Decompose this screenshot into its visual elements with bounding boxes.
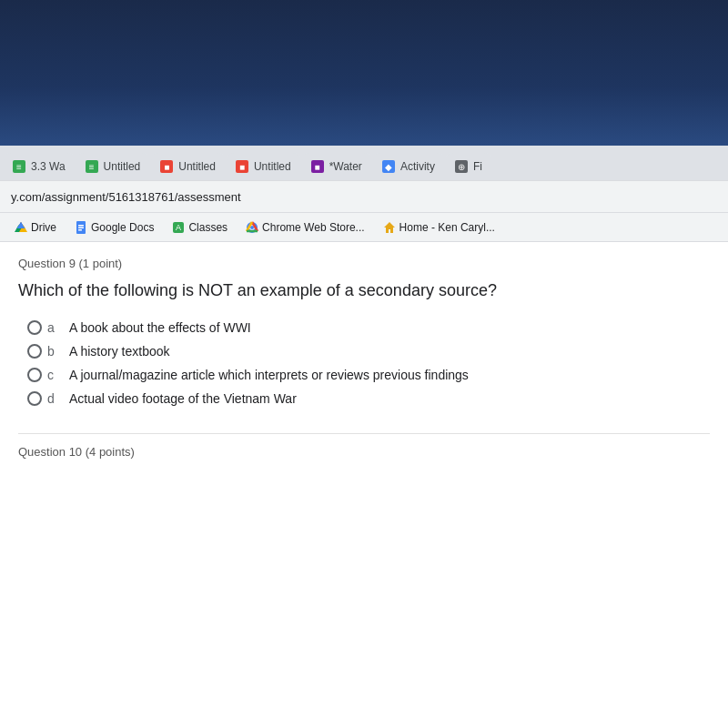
bookmark-classes-label: Classes: [188, 221, 228, 234]
top-bezel: [0, 0, 728, 146]
option-c-text: A journal/magazine article which interpr…: [69, 368, 469, 382]
tab-33[interactable]: ≡ 3.3 Wa: [4, 153, 75, 180]
tab-33-icon: ≡: [13, 160, 25, 173]
bookmark-googledocs-label: Google Docs: [91, 221, 154, 234]
option-d-letter: d: [47, 391, 56, 406]
chrome-icon: [246, 221, 258, 234]
option-d-radio-wrapper[interactable]: d: [27, 391, 56, 406]
tab-untitled1[interactable]: ≡ Untitled: [76, 153, 150, 180]
option-c-letter: c: [47, 368, 56, 382]
tab-untitled2[interactable]: ■ Untitled: [151, 153, 225, 180]
option-c[interactable]: c A journal/magazine article which inter…: [27, 368, 710, 382]
tab-untitled3-label: Untitled: [254, 160, 291, 173]
question-10-text: Question 10 (4 points): [18, 445, 135, 459]
option-d-radio[interactable]: [27, 391, 42, 406]
tab-untitled2-label: Untitled: [178, 160, 216, 173]
bookmark-googledocs[interactable]: Google Docs: [67, 217, 161, 238]
bookmark-chromewebstore-label: Chrome Web Store...: [262, 221, 365, 234]
tab-activity[interactable]: ◆ Activity: [373, 153, 444, 180]
option-a-letter: a: [47, 320, 56, 335]
svg-text:A: A: [176, 223, 181, 232]
question-number: Question 9: [18, 257, 76, 270]
svg-rect-7: [78, 227, 84, 228]
address-bar[interactable]: y.com/assignment/5161318761/assessment: [0, 180, 728, 213]
bookmarks-bar: Drive Google Docs A Classes: [0, 213, 728, 242]
bookmark-home-label: Home - Ken Caryl...: [399, 221, 495, 234]
address-url: y.com/assignment/5161318761/assessment: [11, 190, 241, 204]
tab-untitled3[interactable]: ■ Untitled: [227, 153, 300, 180]
drive-icon: [15, 221, 27, 234]
tab-activity-icon: ◆: [382, 160, 395, 173]
option-b-radio[interactable]: [27, 344, 42, 359]
option-c-radio[interactable]: [27, 368, 42, 382]
options-list: a A book about the effects of WWI b A hi…: [27, 320, 710, 406]
tab-activity-label: Activity: [400, 160, 435, 173]
option-d-text: Actual video footage of the Vietnam War: [69, 391, 297, 406]
option-a-text: A book about the effects of WWI: [69, 320, 251, 335]
tab-fi-label: Fi: [473, 160, 482, 173]
option-b[interactable]: b A history textbook: [27, 344, 710, 359]
tab-untitled3-icon: ■: [236, 160, 248, 173]
question-text: Which of the following is NOT an example…: [18, 279, 710, 302]
question-header: Question 9 (1 point): [18, 257, 710, 270]
option-b-radio-wrapper[interactable]: b: [27, 344, 56, 359]
tab-untitled1-icon: ≡: [86, 160, 98, 173]
tab-water[interactable]: ■ *Water: [302, 153, 371, 180]
option-b-text: A history textbook: [69, 344, 170, 359]
tab-water-label: *Water: [329, 160, 362, 173]
home-icon: [383, 221, 396, 234]
option-a-radio[interactable]: [27, 320, 42, 335]
bookmark-drive[interactable]: Drive: [7, 217, 64, 238]
svg-rect-8: [78, 229, 82, 231]
option-b-letter: b: [47, 344, 56, 359]
browser-tabs: ≡ 3.3 Wa ≡ Untitled ■ Untitled ■ Untitle…: [0, 146, 728, 180]
bookmark-home[interactable]: Home - Ken Caryl...: [376, 217, 502, 238]
option-c-radio-wrapper[interactable]: c: [27, 368, 56, 382]
option-d[interactable]: d Actual video footage of the Vietnam Wa…: [27, 391, 710, 406]
option-a-radio-wrapper[interactable]: a: [27, 320, 56, 335]
bookmark-chromewebstore[interactable]: Chrome Web Store...: [238, 217, 372, 238]
svg-marker-14: [384, 222, 395, 233]
question-points: (1 point): [79, 257, 123, 270]
svg-rect-6: [78, 225, 84, 227]
tab-fi[interactable]: ⊕ Fi: [446, 153, 491, 180]
question-10-preview: Question 10 (4 points): [18, 433, 710, 459]
tab-untitled2-icon: ■: [160, 160, 173, 173]
bookmark-classes[interactable]: A Classes: [165, 217, 235, 238]
main-content: Question 9 (1 point) Which of the follow…: [0, 242, 728, 473]
tab-water-icon: ■: [311, 160, 324, 173]
tab-33-label: 3.3 Wa: [31, 160, 66, 173]
tab-fi-icon: ⊕: [455, 160, 468, 173]
bookmark-drive-label: Drive: [31, 221, 56, 234]
svg-marker-4: [17, 222, 25, 228]
option-a[interactable]: a A book about the effects of WWI: [27, 320, 710, 335]
googledocs-icon: [75, 221, 87, 234]
tab-untitled1-label: Untitled: [104, 160, 141, 173]
classes-icon: A: [172, 221, 185, 234]
